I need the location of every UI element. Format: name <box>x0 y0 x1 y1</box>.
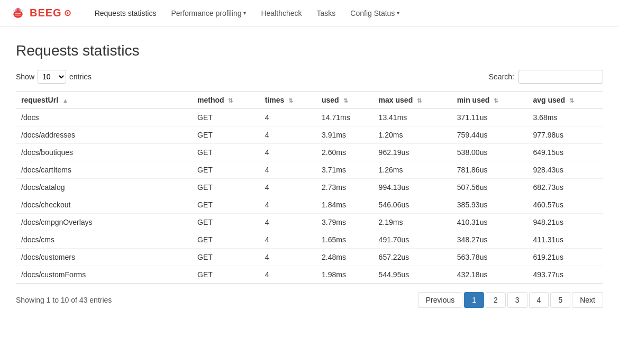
cell-row9-col1: GET <box>192 266 260 284</box>
navbar: BEEG ⊙ Requests statistics Performance p… <box>0 0 619 26</box>
cell-row4-col6: 682.73us <box>527 179 603 196</box>
cell-row7-col1: GET <box>192 231 260 249</box>
nav-items: Requests statistics Performance profilin… <box>87 0 407 26</box>
cell-row5-col5: 385.93us <box>452 196 528 214</box>
cell-row8-col2: 4 <box>260 249 316 266</box>
cell-row5-col1: GET <box>192 196 260 214</box>
cell-row2-col6: 649.15us <box>527 144 603 161</box>
cell-row3-col1: GET <box>192 161 260 179</box>
table-row: /docs/checkoutGET41.84ms546.06us385.93us… <box>16 196 603 214</box>
cell-row6-col4: 2.19ms <box>374 214 452 231</box>
brand[interactable]: BEEG ⊙ <box>11 6 71 21</box>
page-button-3[interactable]: 3 <box>507 292 527 308</box>
performance-profiling-dropdown-icon: ▾ <box>243 10 246 16</box>
show-entries: Show 10 25 50 100 entries <box>16 70 92 84</box>
table-row: /docs/cartItemsGET43.71ms1.26ms781.86us9… <box>16 161 603 179</box>
showing-text: Showing 1 to 10 of 43 entries <box>16 296 112 304</box>
cell-row9-col2: 4 <box>260 266 316 284</box>
cell-row2-col3: 2.60ms <box>316 144 374 161</box>
cell-row1-col2: 4 <box>260 126 316 144</box>
max-used-sort-icon: ⇅ <box>417 97 422 104</box>
entries-label: entries <box>69 72 92 81</box>
cell-row4-col4: 994.13us <box>374 179 452 196</box>
cell-row5-col0: /docs/checkout <box>16 196 192 214</box>
cell-row9-col4: 544.95us <box>374 266 452 284</box>
cell-row3-col2: 4 <box>260 161 316 179</box>
cell-row7-col5: 348.27us <box>452 231 528 249</box>
table-row: /docs/customFormsGET41.98ms544.95us432.1… <box>16 266 603 284</box>
cell-row1-col1: GET <box>192 126 260 144</box>
cell-row1-col0: /docs/addresses <box>16 126 192 144</box>
page-button-1[interactable]: 1 <box>464 292 484 308</box>
table-body: /docsGET414.71ms13.41ms371.11us3.68ms/do… <box>16 109 603 284</box>
cell-row2-col5: 538.00us <box>452 144 528 161</box>
cell-row1-col5: 759.44us <box>452 126 528 144</box>
cell-row2-col0: /docs/boutiques <box>16 144 192 161</box>
cell-row3-col5: 781.86us <box>452 161 528 179</box>
nav-item-config-status[interactable]: Config Status ▾ <box>343 0 407 26</box>
table-row: /docs/boutiquesGET42.60ms962.19us538.00u… <box>16 144 603 161</box>
next-button[interactable]: Next <box>572 292 603 308</box>
main-content: Requests statistics Show 10 25 50 100 en… <box>0 26 619 319</box>
cell-row4-col5: 507.56us <box>452 179 528 196</box>
col-header-times[interactable]: times ⇅ <box>260 92 316 109</box>
brand-symbol: ⊙ <box>64 8 71 18</box>
col-header-requestUrl[interactable]: requestUrl ▲ <box>16 92 192 109</box>
table-row: /docs/customersGET42.48ms657.22us563.78u… <box>16 249 603 266</box>
page-button-2[interactable]: 2 <box>486 292 506 308</box>
cell-row6-col3: 3.79ms <box>316 214 374 231</box>
nav-item-performance-profiling[interactable]: Performance profiling ▾ <box>163 0 253 26</box>
method-sort-icon: ⇅ <box>228 97 233 104</box>
col-header-min-used[interactable]: min used ⇅ <box>452 92 528 109</box>
cell-row0-col2: 4 <box>260 109 316 126</box>
used-sort-icon: ⇅ <box>343 97 348 104</box>
cell-row6-col6: 948.21us <box>527 214 603 231</box>
cell-row4-col2: 4 <box>260 179 316 196</box>
cell-row0-col3: 14.71ms <box>316 109 374 126</box>
cell-row3-col0: /docs/cartItems <box>16 161 192 179</box>
col-header-avg-used[interactable]: avg used ⇅ <box>527 92 603 109</box>
cell-row0-col4: 13.41ms <box>374 109 452 126</box>
cell-row7-col4: 491.70us <box>374 231 452 249</box>
cell-row9-col6: 493.77us <box>527 266 603 284</box>
entries-select[interactable]: 10 25 50 100 <box>38 70 66 84</box>
cell-row7-col3: 1.65ms <box>316 231 374 249</box>
brand-name: BEEG <box>30 7 62 19</box>
cell-row2-col1: GET <box>192 144 260 161</box>
cell-row6-col5: 410.31us <box>452 214 528 231</box>
controls-row: Show 10 25 50 100 entries Search: <box>16 70 603 84</box>
cell-row8-col3: 2.48ms <box>316 249 374 266</box>
cell-row1-col3: 3.91ms <box>316 126 374 144</box>
nav-item-healthcheck[interactable]: Healthcheck <box>253 0 309 26</box>
beego-logo: BEEG ⊙ <box>11 6 71 21</box>
cell-row0-col0: /docs <box>16 109 192 126</box>
col-header-method[interactable]: method ⇅ <box>192 92 260 109</box>
cell-row8-col0: /docs/customers <box>16 249 192 266</box>
cell-row4-col3: 2.73ms <box>316 179 374 196</box>
cell-row0-col5: 371.11us <box>452 109 528 126</box>
col-header-used[interactable]: used ⇅ <box>316 92 374 109</box>
previous-button[interactable]: Previous <box>418 292 462 308</box>
search-input[interactable] <box>518 70 603 84</box>
page-button-5[interactable]: 5 <box>550 292 570 308</box>
min-used-sort-icon: ⇅ <box>494 97 498 104</box>
cell-row5-col3: 1.84ms <box>316 196 374 214</box>
table-header: requestUrl ▲ method ⇅ times ⇅ used ⇅ max… <box>16 92 603 109</box>
nav-item-tasks[interactable]: Tasks <box>310 0 343 26</box>
col-header-max-used[interactable]: max used ⇅ <box>374 92 452 109</box>
nav-item-requests-statistics[interactable]: Requests statistics <box>87 0 164 26</box>
show-label: Show <box>16 72 34 81</box>
search-label: Search: <box>489 72 514 81</box>
page-title: Requests statistics <box>16 42 603 59</box>
table-row: /docs/cmpgnOverlaysGET43.79ms2.19ms410.3… <box>16 214 603 231</box>
data-table: requestUrl ▲ method ⇅ times ⇅ used ⇅ max… <box>16 91 603 284</box>
search-row: Search: <box>489 70 603 84</box>
cell-row9-col5: 432.18us <box>452 266 528 284</box>
table-footer: Showing 1 to 10 of 43 entries Previous 1… <box>16 292 603 308</box>
config-status-dropdown-icon: ▾ <box>397 10 399 16</box>
cell-row9-col0: /docs/customForms <box>16 266 192 284</box>
table-row: /docsGET414.71ms13.41ms371.11us3.68ms <box>16 109 603 126</box>
cell-row9-col3: 1.98ms <box>316 266 374 284</box>
cell-row4-col1: GET <box>192 179 260 196</box>
page-button-4[interactable]: 4 <box>529 292 549 308</box>
